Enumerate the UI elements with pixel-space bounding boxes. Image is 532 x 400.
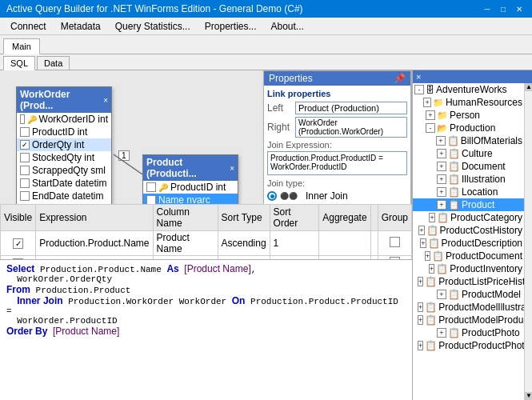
tree-culture[interactable]: + 📋 Culture bbox=[413, 147, 524, 160]
product-expand[interactable]: + bbox=[437, 200, 446, 210]
field-check-productid-p[interactable] bbox=[146, 182, 156, 192]
close-button[interactable]: ✕ bbox=[513, 2, 526, 15]
tree-productcategory-label: ProductCategory bbox=[450, 212, 522, 223]
productmodelillustrat-expand[interactable]: + bbox=[418, 302, 423, 312]
folder-icon-bom: 📋 bbox=[447, 135, 459, 146]
productlistpricehisto-expand[interactable]: + bbox=[418, 277, 423, 286]
tree-productmodel[interactable]: + 📋 ProductModel bbox=[413, 288, 524, 301]
col-visible: Visible bbox=[1, 205, 36, 231]
tree-productphoto[interactable]: + 📋 ProductPhoto bbox=[413, 326, 524, 339]
menu-query-statistics[interactable]: Query Statistics... bbox=[108, 18, 198, 34]
tree-productdocument[interactable]: + 📋 ProductDocument bbox=[413, 250, 524, 262]
properties-pin[interactable]: 📌 bbox=[394, 73, 406, 84]
field-check-productid-wo[interactable] bbox=[20, 127, 30, 137]
field-stockedqty[interactable]: StockedQty int bbox=[17, 151, 111, 164]
tree-location[interactable]: + 📋 Location bbox=[413, 186, 524, 198]
right-panel-close[interactable]: × bbox=[416, 72, 421, 82]
person-expand[interactable]: + bbox=[426, 110, 435, 120]
tree-illustration[interactable]: + 📋 Illustration bbox=[413, 173, 524, 186]
field-check-enddate[interactable] bbox=[20, 191, 30, 201]
field-check-scrappedqty[interactable] bbox=[20, 166, 30, 175]
field-check-stockedqty[interactable] bbox=[20, 153, 30, 162]
inner-join-radio[interactable]: ⚫⚫ Inner Join bbox=[267, 190, 407, 202]
field-check-workorderid[interactable] bbox=[20, 114, 25, 124]
productproductphoto-expand[interactable]: + bbox=[418, 341, 423, 350]
tab-main[interactable]: Main bbox=[3, 38, 40, 54]
row1-sort-order[interactable]: 1 bbox=[270, 231, 319, 256]
row1-group[interactable] bbox=[378, 231, 411, 256]
sql-area[interactable]: Select Production.Product.Name As [Produ… bbox=[0, 260, 412, 400]
culture-expand[interactable]: + bbox=[437, 149, 446, 158]
inner-join-circle[interactable] bbox=[267, 191, 277, 201]
tree-document[interactable]: + 📋 Document bbox=[413, 160, 524, 173]
tree-productproductphoto[interactable]: + 📋 ProductProductPhoto bbox=[413, 339, 524, 352]
menu-about[interactable]: About... bbox=[263, 18, 310, 34]
field-startdate[interactable]: StartDate datetim bbox=[17, 177, 111, 190]
tree-productdescription[interactable]: + 📋 ProductDescription bbox=[413, 237, 524, 250]
tree-person[interactable]: + 📁 Person bbox=[413, 109, 524, 122]
workorder-close[interactable]: × bbox=[103, 96, 108, 105]
row1-checkbox[interactable] bbox=[13, 238, 23, 249]
minimize-button[interactable]: ─ bbox=[481, 2, 494, 15]
tree-scrollbar[interactable]: ▲ ▼ bbox=[524, 83, 532, 400]
sub-tab-sql[interactable]: SQL bbox=[3, 56, 35, 70]
productdescription-expand[interactable]: + bbox=[420, 238, 426, 248]
field-productid-wo[interactable]: ProductID int bbox=[17, 126, 111, 138]
adventureworks-expand[interactable]: - bbox=[414, 85, 424, 94]
row1-sort-type[interactable]: Ascending bbox=[218, 231, 270, 256]
scrollbar-down[interactable]: ▼ bbox=[525, 392, 532, 400]
document-expand[interactable]: + bbox=[437, 162, 446, 171]
tree-adventureworks[interactable]: - 🗄 AdventureWorks bbox=[413, 83, 524, 96]
tree-productcosthistory[interactable]: + 📋 ProductCostHistory bbox=[413, 224, 524, 237]
productmodel-expand[interactable]: + bbox=[437, 290, 446, 299]
maximize-button[interactable]: □ bbox=[497, 2, 510, 15]
menu-properties[interactable]: Properties... bbox=[198, 18, 264, 34]
menu-metadata[interactable]: Metadata bbox=[54, 18, 108, 34]
scrollbar-up[interactable]: ▲ bbox=[525, 83, 532, 91]
field-duedate[interactable]: DueDate datetim bbox=[17, 202, 111, 204]
tree-productlistpricehisto[interactable]: + 📋 ProductListPriceHisto bbox=[413, 275, 524, 288]
field-workorderid[interactable]: 🔑 WorkOrderID int bbox=[17, 113, 111, 126]
field-check-startdate[interactable] bbox=[20, 178, 30, 188]
workorder-title: WorkOrder (Prod... bbox=[20, 89, 103, 111]
humanresources-expand[interactable]: + bbox=[423, 98, 431, 107]
product-close[interactable]: × bbox=[230, 164, 234, 173]
tree-production[interactable]: - 📂 Production bbox=[413, 122, 524, 134]
tree-productinventory[interactable]: + 📋 ProductInventory bbox=[413, 262, 524, 275]
row1-expression[interactable]: Production.Product.Name bbox=[36, 231, 153, 256]
productphoto-expand[interactable]: + bbox=[437, 328, 446, 338]
field-orderqty[interactable]: OrderQty int bbox=[17, 138, 111, 151]
tree-productmodelillustrat[interactable]: + 📋 ProductModelIllustrat bbox=[413, 301, 524, 314]
productmodelprodu-expand[interactable]: + bbox=[418, 315, 423, 325]
sub-tab-data[interactable]: Data bbox=[37, 56, 70, 70]
productinventory-expand[interactable]: + bbox=[429, 264, 435, 274]
production-expand[interactable]: - bbox=[426, 123, 435, 133]
tree-product[interactable]: + 📋 Product bbox=[413, 198, 524, 211]
location-expand[interactable]: + bbox=[437, 187, 446, 197]
row1-visible[interactable] bbox=[1, 231, 36, 256]
row1-column-name[interactable]: Product Name bbox=[153, 231, 218, 256]
field-productid-p[interactable]: 🔑 ProductID int bbox=[143, 181, 238, 194]
productdocument-expand[interactable]: + bbox=[425, 251, 430, 261]
tree-productmodelprodu[interactable]: + 📋 ProductModelProdu bbox=[413, 314, 524, 326]
left-outer-radio[interactable]: ◐⚫ Left Outer Join bbox=[267, 203, 407, 204]
bom-expand[interactable]: + bbox=[436, 136, 446, 146]
field-enddate[interactable]: EndDate datetim bbox=[17, 190, 111, 202]
tree-humanresources[interactable]: + 📁 HumanResources bbox=[413, 96, 524, 109]
productcosthistory-expand[interactable]: + bbox=[418, 226, 424, 235]
row1-group-checkbox[interactable] bbox=[390, 237, 400, 247]
col-sort-order: Sort Order bbox=[270, 205, 319, 231]
folder-icon-pinv: 📋 bbox=[436, 263, 448, 274]
field-name-p[interactable]: Name nvarc bbox=[143, 194, 238, 204]
tree-location-label: Location bbox=[462, 186, 498, 198]
field-check-orderqty[interactable] bbox=[20, 140, 30, 150]
field-check-name-p[interactable] bbox=[146, 195, 156, 204]
menu-connect[interactable]: Connect bbox=[3, 18, 54, 34]
product-title: Product (Producti... bbox=[146, 157, 230, 179]
illustration-expand[interactable]: + bbox=[437, 174, 446, 184]
productcategory-expand[interactable]: + bbox=[429, 213, 435, 222]
tree-bom[interactable]: + 📋 BillOfMaterials bbox=[413, 134, 524, 147]
right-panel-header: × bbox=[413, 70, 532, 83]
field-scrappedqty[interactable]: ScrappedQty sml bbox=[17, 164, 111, 177]
tree-productcategory[interactable]: + 📋 ProductCategory bbox=[413, 211, 524, 224]
